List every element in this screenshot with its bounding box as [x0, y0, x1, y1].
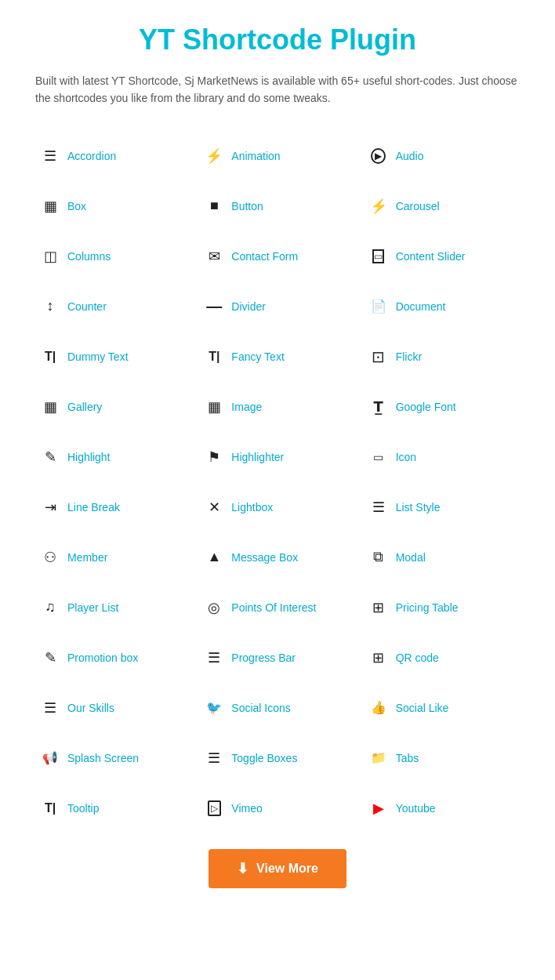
- document-icon: [368, 296, 390, 318]
- grid-item-animation[interactable]: Animation: [195, 131, 359, 181]
- grid-item-box[interactable]: Box: [31, 181, 195, 231]
- member-icon: [39, 546, 61, 568]
- grid-item-counter[interactable]: Counter: [31, 281, 195, 332]
- modal-label: Modal: [396, 551, 426, 564]
- player-list-label: Player List: [67, 601, 118, 614]
- grid-item-document[interactable]: Document: [360, 281, 524, 332]
- icon-label: Icon: [396, 451, 416, 463]
- grid-item-vimeo[interactable]: Vimeo: [195, 783, 359, 833]
- tooltip-icon: [39, 797, 61, 819]
- divider-icon: [203, 296, 225, 318]
- audio-label: Audio: [396, 150, 424, 162]
- message-box-label: Message Box: [231, 551, 298, 564]
- grid-item-promotion-box[interactable]: Promotion box: [31, 633, 195, 683]
- flickr-icon: [368, 346, 390, 368]
- toggle-boxes-icon: [203, 747, 225, 769]
- vimeo-icon: [203, 797, 225, 819]
- grid-item-icon[interactable]: Icon: [360, 432, 524, 482]
- grid-item-tabs[interactable]: Tabs: [360, 733, 524, 783]
- grid-item-fancy-text[interactable]: Fancy Text: [195, 332, 359, 382]
- toggle-boxes-label: Toggle Boxes: [231, 752, 297, 764]
- button-icon: [203, 195, 225, 217]
- highlighter-label: Highlighter: [231, 451, 284, 463]
- grid-item-google-font[interactable]: Google Font: [360, 382, 524, 432]
- content-slider-icon: [368, 245, 390, 267]
- grid-item-splash-screen[interactable]: Splash Screen: [31, 733, 195, 783]
- line-break-label: Line Break: [67, 501, 120, 514]
- grid-item-youtube[interactable]: Youtube: [360, 783, 524, 833]
- points-of-interest-label: Points Of Interest: [231, 601, 316, 614]
- grid-item-lightbox[interactable]: Lightbox: [195, 482, 359, 532]
- highlight-label: Highlight: [67, 451, 110, 463]
- grid-item-toggle-boxes[interactable]: Toggle Boxes: [195, 733, 359, 783]
- grid-item-highlight[interactable]: Highlight: [31, 432, 195, 482]
- carousel-label: Carousel: [396, 200, 440, 212]
- grid-item-accordion[interactable]: Accordion: [31, 131, 195, 181]
- grid-item-carousel[interactable]: Carousel: [360, 181, 524, 231]
- carousel-icon: [368, 195, 390, 217]
- social-icons-label: Social Icons: [231, 702, 290, 714]
- dummy-text-label: Dummy Text: [67, 350, 129, 363]
- content-slider-label: Content Slider: [396, 250, 466, 263]
- audio-icon: [368, 145, 390, 167]
- grid-item-tooltip[interactable]: Tooltip: [31, 783, 195, 833]
- grid-item-pricing-table[interactable]: Pricing Table: [360, 583, 524, 633]
- page-wrapper: YT Shortcode Plugin Built with latest YT…: [0, 0, 555, 943]
- grid-item-social-like[interactable]: Social Like: [360, 683, 524, 733]
- box-icon: [39, 195, 61, 217]
- image-icon: [203, 396, 225, 418]
- view-more-button[interactable]: View More: [209, 849, 346, 888]
- grid-item-gallery[interactable]: Gallery: [31, 382, 195, 432]
- grid-item-image[interactable]: Image: [195, 382, 359, 432]
- grid-item-social-icons[interactable]: Social Icons: [195, 683, 359, 733]
- google-font-label: Google Font: [396, 401, 456, 413]
- view-more-label: View More: [256, 862, 318, 876]
- grid-item-highlighter[interactable]: Highlighter: [195, 432, 359, 482]
- box-label: Box: [67, 200, 86, 212]
- youtube-label: Youtube: [396, 802, 436, 815]
- animation-label: Animation: [231, 150, 280, 162]
- grid-item-button[interactable]: Button: [195, 181, 359, 231]
- grid-item-divider[interactable]: Divider: [195, 281, 359, 332]
- grid-item-list-style[interactable]: List Style: [360, 482, 524, 532]
- google-font-icon: [368, 396, 390, 418]
- grid-item-line-break[interactable]: Line Break: [31, 482, 195, 532]
- member-label: Member: [67, 551, 107, 564]
- image-label: Image: [231, 401, 262, 413]
- qr-code-label: QR code: [396, 652, 439, 664]
- social-like-icon: [368, 697, 390, 719]
- grid-item-modal[interactable]: Modal: [360, 532, 524, 583]
- grid-item-content-slider[interactable]: Content Slider: [360, 231, 524, 281]
- columns-label: Columns: [67, 250, 111, 263]
- grid-item-columns[interactable]: Columns: [31, 231, 195, 281]
- download-icon: [237, 860, 248, 877]
- grid-item-dummy-text[interactable]: Dummy Text: [31, 332, 195, 382]
- icon-icon: [368, 446, 390, 468]
- grid-item-message-box[interactable]: Message Box: [195, 532, 359, 583]
- gallery-label: Gallery: [67, 401, 102, 413]
- points-of-interest-icon: [203, 597, 225, 619]
- animation-icon: [203, 145, 225, 167]
- our-skills-label: Our Skills: [67, 702, 114, 714]
- items-grid: AccordionAnimationAudioBoxButtonCarousel…: [31, 131, 524, 833]
- tooltip-label: Tooltip: [67, 802, 99, 815]
- social-icons-icon: [203, 697, 225, 719]
- line-break-icon: [39, 496, 61, 518]
- grid-item-audio[interactable]: Audio: [360, 131, 524, 181]
- grid-item-member[interactable]: Member: [31, 532, 195, 583]
- pricing-table-label: Pricing Table: [396, 601, 459, 614]
- grid-item-points-of-interest[interactable]: Points Of Interest: [195, 583, 359, 633]
- button-label: Button: [231, 200, 263, 212]
- contact-form-icon: [203, 245, 225, 267]
- lightbox-icon: [203, 496, 225, 518]
- grid-item-qr-code[interactable]: QR code: [360, 633, 524, 683]
- grid-item-player-list[interactable]: Player List: [31, 583, 195, 633]
- accordion-label: Accordion: [67, 150, 116, 162]
- grid-item-flickr[interactable]: Flickr: [360, 332, 524, 382]
- document-label: Document: [396, 300, 446, 313]
- promotion-box-icon: [39, 647, 61, 669]
- grid-item-our-skills[interactable]: Our Skills: [31, 683, 195, 733]
- lightbox-label: Lightbox: [231, 501, 273, 514]
- grid-item-contact-form[interactable]: Contact Form: [195, 231, 359, 281]
- grid-item-progress-bar[interactable]: Progress Bar: [195, 633, 359, 683]
